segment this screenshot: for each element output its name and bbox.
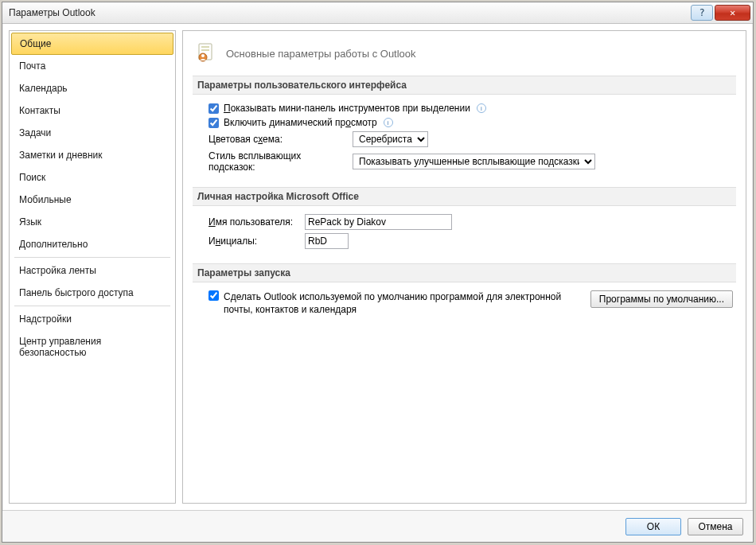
username-input[interactable] — [305, 214, 452, 230]
sidebar-item-advanced[interactable]: Дополнительно — [10, 233, 175, 255]
dialog-footer: ОК Отмена — [2, 510, 753, 542]
content-panel: Основные параметры работы с Outlook Пара… — [182, 30, 746, 504]
ok-button[interactable]: ОК — [625, 518, 681, 535]
help-button[interactable]: ? — [691, 5, 713, 21]
default-programs-button[interactable]: Программы по умолчанию... — [590, 290, 733, 308]
svg-rect-2 — [201, 49, 209, 51]
sidebar-item-search[interactable]: Поиск — [10, 166, 175, 189]
sidebar-item-calendar[interactable]: Календарь — [10, 77, 175, 99]
checkbox-show-minibar[interactable]: Показывать мини-панель инструментов при … — [208, 103, 470, 114]
svg-rect-1 — [201, 46, 209, 48]
checkbox-live-preview[interactable]: Включить динамический просмотр — [208, 117, 377, 128]
sidebar-item-qat[interactable]: Панель быстрого доступа — [10, 282, 175, 304]
initials-label: Инициалы: — [208, 236, 300, 247]
section-header-ui: Параметры пользовательского интерфейса — [193, 76, 736, 95]
titlebar: Параметры Outlook ? ✕ — [2, 2, 753, 24]
help-icon: ? — [699, 7, 704, 18]
svg-point-4 — [201, 54, 205, 57]
sidebar-item-addins[interactable]: Надстройки — [10, 308, 175, 330]
sidebar-item-tasks[interactable]: Задачи — [10, 122, 175, 144]
section-header-office: Личная настройка Microsoft Office — [193, 187, 736, 206]
category-sidebar: Общие Почта Календарь Контакты Задачи За… — [9, 30, 176, 504]
sidebar-item-contacts[interactable]: Контакты — [10, 99, 175, 122]
checkbox-default-program-input[interactable] — [208, 290, 219, 301]
color-scheme-label: Цветовая схема: — [208, 134, 348, 145]
info-icon[interactable]: i — [384, 118, 393, 127]
tooltip-style-select[interactable]: Показывать улучшенные всплывающие подска… — [353, 154, 595, 169]
sidebar-separator — [14, 257, 170, 258]
page-header: Основные параметры работы с Outlook — [193, 39, 736, 76]
close-icon: ✕ — [730, 7, 735, 18]
section-header-startup: Параметры запуска — [193, 263, 736, 282]
sidebar-item-language[interactable]: Язык — [10, 211, 175, 233]
close-button[interactable]: ✕ — [715, 5, 750, 21]
username-label: Имя пользователя: — [208, 216, 300, 228]
page-title: Основные параметры работы с Outlook — [226, 48, 416, 60]
sidebar-item-mail[interactable]: Почта — [10, 55, 175, 77]
checkbox-show-minibar-label: Показывать мини-панель инструментов при … — [224, 103, 470, 114]
checkbox-live-preview-input[interactable] — [208, 118, 219, 128]
settings-page-icon — [196, 42, 218, 64]
checkbox-live-preview-label: Включить динамический просмотр — [224, 117, 377, 128]
options-dialog: Параметры Outlook ? ✕ Общие Почта Календ… — [2, 2, 754, 543]
sidebar-item-trust[interactable]: Центр управления безопасностью — [10, 330, 175, 364]
color-scheme-select[interactable]: Серебристая — [353, 131, 428, 147]
cancel-button[interactable]: Отмена — [688, 518, 743, 535]
window-title: Параметры Outlook — [9, 7, 95, 18]
initials-input[interactable] — [305, 233, 349, 249]
sidebar-item-ribbon[interactable]: Настройка ленты — [10, 259, 175, 282]
checkbox-default-program-label: Сделать Outlook используемой по умолчани… — [224, 290, 574, 316]
sidebar-separator — [14, 306, 170, 306]
tooltip-style-label: Стиль всплывающих подсказок: — [208, 150, 348, 173]
sidebar-item-general[interactable]: Общие — [11, 33, 173, 55]
info-icon[interactable]: i — [477, 103, 486, 113]
checkbox-show-minibar-input[interactable] — [208, 103, 219, 114]
sidebar-item-mobile[interactable]: Мобильные — [10, 189, 175, 211]
sidebar-item-notes[interactable]: Заметки и дневник — [10, 144, 175, 166]
